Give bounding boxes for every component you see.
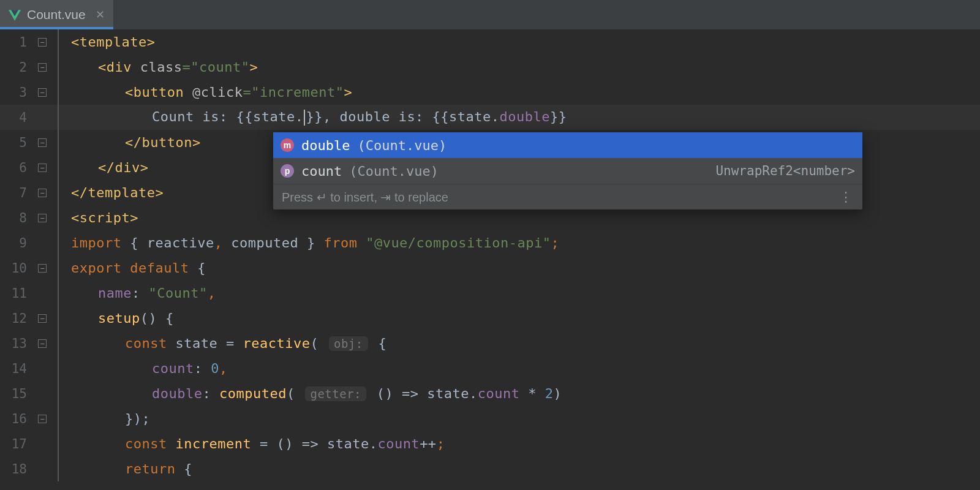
fold-icon[interactable]: − [38,88,47,97]
code-editor[interactable]: 1 − <template> 2 − <div class="count"> 3… [0,29,980,481]
line-number: 7 [0,186,38,200]
code-line: setup() { [71,311,174,326]
line-number: 11 [0,286,38,301]
method-icon: m [281,138,294,152]
fold-icon[interactable]: − [38,314,47,323]
line-number: 2 [0,60,38,75]
code-line: const state = reactive( obj: { [71,336,386,351]
fold-icon[interactable]: − [38,339,47,348]
code-line: const increment = () => state.count++; [71,436,445,451]
code-line: </template> [71,185,164,200]
line-number: 12 [0,311,38,326]
vue-icon [9,9,21,20]
completion-item[interactable]: m double (Count.vue) [273,132,862,158]
fold-icon[interactable]: − [38,189,47,197]
line-number: 16 [0,412,38,426]
completion-hint: Press ↵ to insert, ⇥ to replace [282,190,448,205]
fold-icon[interactable]: − [38,38,47,47]
line-number: 4 [0,110,38,125]
fold-icon[interactable]: − [38,214,47,222]
fold-icon[interactable]: − [38,164,47,172]
line-number: 6 [0,160,38,175]
code-line: count: 0, [71,361,228,376]
close-icon[interactable]: ✕ [92,8,105,21]
code-line: <script> [71,210,138,225]
inlay-hint: obj: [329,336,368,351]
completion-label: double [301,138,350,153]
completion-location: (Count.vue) [349,164,439,179]
line-number: 17 [0,437,38,451]
line-number: 8 [0,211,38,225]
more-icon[interactable]: ⋮ [839,189,854,205]
tab-count-vue[interactable]: Count.vue ✕ [0,0,113,29]
code-line: export default { [71,260,206,276]
code-line: name: "Count", [71,285,216,301]
code-line: return { [71,461,192,477]
code-line: <button @click="increment"> [71,85,352,100]
tab-filename: Count.vue [27,7,86,22]
inlay-hint: getter: [305,386,366,401]
completion-popup[interactable]: m double (Count.vue) p count (Count.vue)… [273,132,862,209]
line-number: 14 [0,361,38,376]
line-number: 3 [0,85,38,100]
code-line: }); [71,411,150,426]
fold-icon[interactable]: − [38,138,47,147]
line-number: 10 [0,261,38,276]
line-number: 5 [0,135,38,150]
code-line: import { reactive, computed } from "@vue… [71,235,559,251]
code-line: double: computed( getter: () => state.co… [71,386,562,401]
line-number: 9 [0,236,38,251]
tab-bar: Count.vue ✕ [0,0,980,29]
line-number: 1 [0,35,38,50]
code-line: </div> [71,160,149,175]
line-number: 18 [0,462,38,477]
code-line: Count is: {{state.}}, double is: {{state… [71,109,567,126]
property-icon: p [281,164,294,178]
line-number: 15 [0,386,38,401]
code-line: <div class="count"> [71,59,258,75]
fold-icon[interactable]: − [38,264,47,273]
completion-footer: Press ↵ to insert, ⇥ to replace ⋮ [273,184,862,209]
completion-type: UnwrapRef2<number> [715,164,855,178]
completion-label: count [301,164,342,179]
fold-icon[interactable]: − [38,415,47,423]
completion-item[interactable]: p count (Count.vue) UnwrapRef2<number> [273,158,862,184]
line-number: 13 [0,336,38,351]
code-line: <template> [71,34,155,50]
completion-location: (Count.vue) [357,138,447,153]
fold-icon[interactable]: − [38,63,47,72]
code-line: </button> [71,135,201,150]
